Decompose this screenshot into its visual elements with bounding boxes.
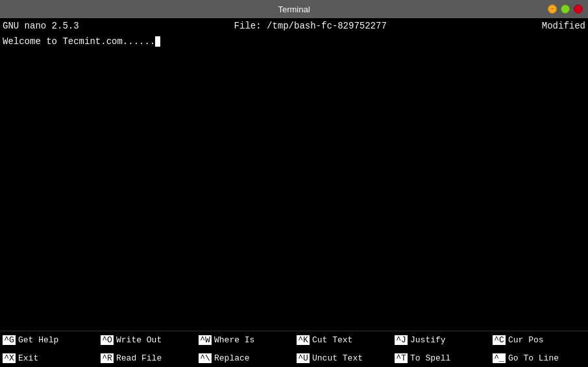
label-to-spell: To Spell bbox=[410, 353, 450, 363]
shortcut-to-spell[interactable]: ^T To Spell bbox=[392, 349, 490, 368]
label-exit: Exit bbox=[18, 353, 38, 363]
key-to-spell: ^T bbox=[395, 353, 408, 363]
nano-modified: Modified bbox=[542, 21, 585, 31]
key-cur-pos: ^C bbox=[493, 335, 506, 345]
shortcut-read-file[interactable]: ^R Read File bbox=[98, 349, 196, 368]
shortcut-replace[interactable]: ^\ Replace bbox=[196, 349, 294, 368]
shortcut-bar: ^G Get Help ^O Write Out ^W Where Is ^K … bbox=[0, 331, 588, 367]
key-where-is: ^W bbox=[199, 335, 212, 345]
shortcut-cur-pos[interactable]: ^C Cur Pos bbox=[490, 331, 588, 349]
nano-header: GNU nano 2.5.3 File: /tmp/bash-fc-829752… bbox=[0, 18, 588, 34]
label-read-file: Read File bbox=[116, 353, 162, 363]
label-cur-pos: Cur Pos bbox=[508, 335, 544, 345]
shortcut-where-is[interactable]: ^W Where Is bbox=[196, 331, 294, 349]
editor-content: Welcome to Tecmint.com...... bbox=[3, 36, 155, 47]
terminal-window: Terminal – GNU nano 2.5.3 File: /tmp/bas… bbox=[0, 0, 588, 367]
shortcut-exit[interactable]: ^X Exit bbox=[0, 349, 98, 368]
key-uncut-text: ^U bbox=[297, 353, 310, 363]
shortcut-uncut-text[interactable]: ^U Uncut Text bbox=[294, 349, 392, 368]
shortcut-write-out[interactable]: ^O Write Out bbox=[98, 331, 196, 349]
key-exit: ^X bbox=[3, 353, 16, 363]
shortcut-get-help[interactable]: ^G Get Help bbox=[0, 331, 98, 349]
label-write-out: Write Out bbox=[116, 335, 162, 345]
window-title: Terminal bbox=[278, 5, 310, 14]
key-read-file: ^R bbox=[101, 353, 114, 363]
shortcut-cut-text[interactable]: ^K Cut Text bbox=[294, 331, 392, 349]
title-bar: Terminal – bbox=[0, 0, 588, 18]
maximize-button[interactable] bbox=[561, 5, 570, 14]
label-cut-text: Cut Text bbox=[312, 335, 352, 345]
label-go-to-line: Go To Line bbox=[508, 353, 559, 363]
nano-version: GNU nano 2.5.3 bbox=[3, 21, 79, 31]
shortcut-justify[interactable]: ^J Justify bbox=[392, 331, 490, 349]
key-write-out: ^O bbox=[101, 335, 114, 345]
label-replace: Replace bbox=[214, 353, 250, 363]
minimize-button[interactable]: – bbox=[548, 5, 557, 14]
shortcut-go-to-line[interactable]: ^_ Go To Line bbox=[490, 349, 588, 368]
key-go-to-line: ^_ bbox=[493, 353, 506, 363]
label-get-help: Get Help bbox=[18, 335, 58, 345]
key-cut-text: ^K bbox=[297, 335, 310, 345]
label-where-is: Where Is bbox=[214, 335, 254, 345]
close-button[interactable] bbox=[574, 5, 583, 14]
key-replace: ^\ bbox=[199, 353, 212, 363]
label-justify: Justify bbox=[410, 335, 446, 345]
key-get-help: ^G bbox=[3, 335, 16, 345]
text-cursor bbox=[155, 36, 160, 47]
nano-file: File: /tmp/bash-fc-829752277 bbox=[234, 21, 387, 31]
label-uncut-text: Uncut Text bbox=[312, 353, 363, 363]
key-justify: ^J bbox=[395, 335, 408, 345]
editor-area[interactable]: Welcome to Tecmint.com...... bbox=[0, 34, 588, 331]
window-controls: – bbox=[548, 5, 583, 14]
